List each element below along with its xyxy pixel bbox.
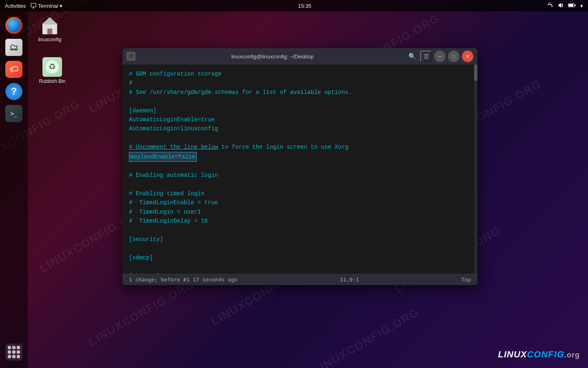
linuxconfig-home-icon: [40, 16, 60, 35]
titlebar-buttons: 🔍 ☰ ─ □ ✕: [406, 51, 473, 62]
line-blank-6: [129, 244, 471, 253]
scrollbar-thumb: [474, 65, 477, 81]
line-timedloginenable: # TimedLoginEnable = true: [129, 198, 471, 207]
terminal-scrollbar[interactable]: [474, 65, 477, 274]
topbar-right: ▾: [547, 2, 583, 9]
statusbar-right: Top: [462, 277, 471, 283]
line-timedlogin: # TimedLogin = user1: [129, 207, 471, 216]
line-daemon: [daemon]: [129, 106, 471, 115]
terminal-window: ⬛ linuxconfig@linuxconfig: ~/Desktop 🔍 ☰…: [122, 48, 477, 285]
brand-watermark: LINUXCONFIG.org: [498, 349, 580, 360]
line-blank-4: [129, 180, 471, 189]
line-1: # GDM configuration storage: [129, 69, 471, 78]
volume-icon[interactable]: [557, 2, 564, 9]
line-wayland: WaylandEnable=false: [129, 152, 471, 162]
line-autologin: AutomaticLogin=linuxconfig: [129, 124, 471, 133]
line-security: [security]: [129, 235, 471, 244]
topbar: Activities Terminal ▾ 15:35: [0, 0, 588, 11]
titlebar-app-icon: ⬛: [126, 52, 135, 61]
appstore-icon: 🏷: [5, 61, 22, 78]
svg-rect-15: [47, 29, 52, 34]
line-timedlogin-comment: # Enabling timed login: [129, 189, 471, 198]
brand-config: CONFIG: [527, 349, 564, 359]
line-2: #: [129, 78, 471, 87]
line-timedlogindelay: # TimedLoginDelay = 10: [129, 216, 471, 225]
dock-item-firefox[interactable]: [4, 16, 24, 35]
dock-item-help[interactable]: ?: [4, 82, 24, 101]
firefox-icon: [5, 17, 22, 34]
underline-span: # Uncomment the line below: [129, 144, 218, 150]
help-icon: ?: [5, 83, 22, 100]
line-blank-5: [129, 226, 471, 235]
activities-button[interactable]: Activities: [5, 3, 26, 9]
line-uncomment: # Uncomment the line below to force the …: [129, 143, 471, 152]
minimize-button[interactable]: ─: [434, 51, 446, 62]
statusbar-left: 1 change; before #1 17 seconds ago: [129, 277, 237, 283]
line-3: # See /usr/share/gdm/gdm.schemas for a l…: [129, 88, 471, 97]
svg-rect-11: [569, 4, 573, 7]
monitor-icon: [31, 3, 36, 9]
statusbar-mid: 11,0-1: [340, 277, 359, 283]
dock-apps-button[interactable]: [4, 342, 24, 362]
topbar-left: Activities Terminal ▾: [5, 3, 62, 9]
menu-button[interactable]: ☰: [420, 51, 432, 62]
battery-icon[interactable]: [568, 3, 576, 9]
line-blank-7: [129, 262, 471, 271]
line-blank-2: [129, 134, 471, 143]
line-autologinenable: AutomaticLoginEnable=true: [129, 115, 471, 124]
terminal-title: linuxconfig@linuxconfig: ~/Desktop: [139, 54, 406, 60]
line-chooser: [chooser]: [129, 272, 471, 274]
terminal-body[interactable]: # GDM configuration storage # # See /usr…: [122, 65, 477, 274]
line-autologin-comment: # Enabling automatic login: [129, 171, 471, 180]
desktop-icon-linuxconfig[interactable]: linuxconfig: [33, 16, 66, 42]
dock-item-files[interactable]: 🗂: [4, 38, 24, 57]
topbar-time: 15:35: [298, 3, 311, 9]
terminal-statusbar: 1 change; before #1 17 seconds ago 11,0-…: [122, 274, 477, 285]
terminal-icon-text: >_: [11, 110, 18, 117]
svg-rect-12: [575, 4, 576, 6]
linuxconfig-icon-label: linuxconfig: [38, 37, 62, 42]
topbar-terminal-indicator: Terminal ▾: [31, 3, 62, 9]
selected-wayland-line: WaylandEnable=false: [129, 152, 197, 162]
brand-linux: LINUX: [498, 349, 527, 359]
search-button[interactable]: 🔍: [406, 51, 418, 62]
dock: 🗂 🏷 ? >_: [0, 11, 28, 368]
close-button[interactable]: ✕: [462, 51, 473, 62]
topbar-clock: 15:35: [298, 3, 311, 9]
dock-item-appstore[interactable]: 🏷: [4, 60, 24, 79]
dock-bottom: [4, 342, 24, 362]
line-blank-3: [129, 162, 471, 171]
rubbish-bin-image: ♻: [42, 57, 62, 77]
svg-marker-14: [42, 17, 58, 25]
rubbish-bin-label: Rubbish Bin: [39, 78, 66, 84]
apps-grid-icon: [5, 343, 22, 361]
terminal-icon: >_: [5, 105, 22, 122]
svg-text:♻: ♻: [49, 62, 56, 71]
terminal-titlebar: ⬛ linuxconfig@linuxconfig: ~/Desktop 🔍 ☰…: [122, 48, 477, 65]
svg-point-8: [552, 5, 553, 7]
topbar-dropdown-arrow[interactable]: ▾: [60, 3, 62, 9]
svg-rect-0: [31, 3, 36, 7]
rubbish-bin-icon[interactable]: ♻ Rubbish Bin: [36, 57, 69, 84]
network-icon[interactable]: [547, 2, 553, 9]
svg-marker-9: [559, 3, 561, 8]
files-icon: 🗂: [5, 39, 22, 56]
line-xdmcp: [xdmcp]: [129, 253, 471, 262]
dock-item-terminal[interactable]: >_: [4, 104, 24, 123]
line-blank-1: [129, 97, 471, 106]
brand-org: .org: [564, 351, 580, 359]
topbar-dropdown-arrow2[interactable]: ▾: [580, 3, 583, 9]
topbar-terminal-label[interactable]: Terminal: [38, 3, 58, 9]
maximize-button[interactable]: □: [448, 51, 459, 62]
